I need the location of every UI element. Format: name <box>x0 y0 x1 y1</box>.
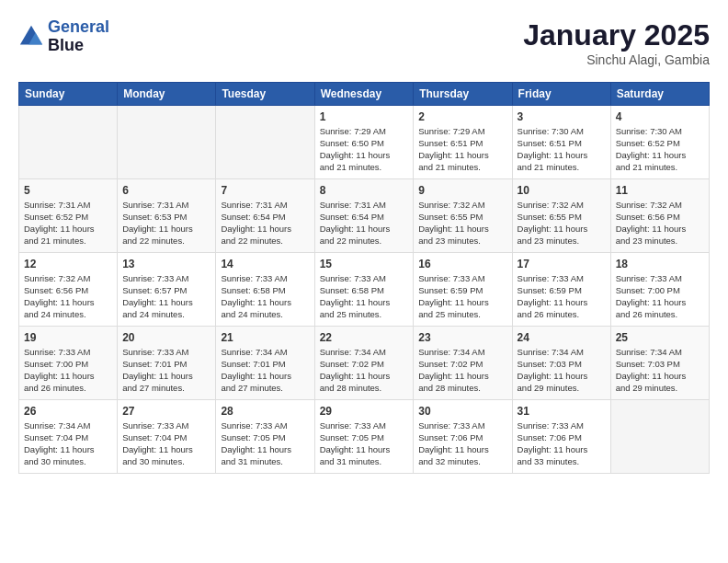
day-info: Sunset: 6:58 PM <box>320 285 409 297</box>
day-number: 17 <box>518 257 606 271</box>
day-info: Sunset: 6:56 PM <box>616 212 704 224</box>
day-info: and 23 minutes. <box>616 236 704 247</box>
day-info: Daylight: 11 hours <box>24 444 112 456</box>
title-block: January 2025 Sinchu Alagi, Gambia <box>523 18 710 67</box>
calendar-cell: 15Sunrise: 7:33 AMSunset: 6:58 PMDayligh… <box>314 253 414 327</box>
day-info: Sunrise: 7:33 AM <box>221 420 309 432</box>
day-info: Sunrise: 7:33 AM <box>418 420 506 432</box>
day-info: Sunset: 7:05 PM <box>320 432 409 444</box>
day-number: 25 <box>616 330 704 345</box>
day-info: Sunset: 7:03 PM <box>616 359 704 371</box>
day-info: Daylight: 11 hours <box>221 444 309 456</box>
day-info: and 29 minutes. <box>518 383 606 395</box>
day-info: Sunset: 6:54 PM <box>320 212 409 224</box>
day-info: Sunset: 6:55 PM <box>418 212 506 224</box>
day-number: 18 <box>616 257 704 271</box>
day-info: Sunset: 7:04 PM <box>122 432 210 444</box>
day-number: 21 <box>221 330 309 345</box>
day-info: Daylight: 11 hours <box>24 371 112 383</box>
day-info: Daylight: 11 hours <box>221 297 309 309</box>
day-info: Sunset: 7:05 PM <box>221 432 309 444</box>
day-info: and 25 minutes. <box>320 309 409 321</box>
day-info: and 31 minutes. <box>320 456 409 468</box>
logo-icon <box>18 24 44 50</box>
day-number: 30 <box>418 404 506 419</box>
day-info: and 29 minutes. <box>616 383 704 395</box>
day-info: Daylight: 11 hours <box>518 297 606 309</box>
day-number: 9 <box>418 183 506 198</box>
calendar-cell: 3Sunrise: 7:30 AMSunset: 6:51 PMDaylight… <box>512 106 610 179</box>
day-info: Sunrise: 7:31 AM <box>320 200 409 212</box>
day-info: Sunset: 6:55 PM <box>518 212 606 224</box>
day-info: Sunrise: 7:33 AM <box>320 273 409 285</box>
day-number: 19 <box>24 330 112 345</box>
day-info: Sunrise: 7:34 AM <box>320 347 409 359</box>
day-number: 16 <box>418 257 506 271</box>
calendar-cell <box>19 106 118 179</box>
day-info: Daylight: 11 hours <box>24 297 112 309</box>
day-info: Sunrise: 7:32 AM <box>616 200 704 212</box>
day-info: Sunset: 7:01 PM <box>221 359 309 371</box>
day-info: Daylight: 11 hours <box>518 150 606 162</box>
day-info: Sunset: 7:03 PM <box>518 359 606 371</box>
calendar-cell: 24Sunrise: 7:34 AMSunset: 7:03 PMDayligh… <box>512 327 610 400</box>
day-number: 8 <box>320 183 409 198</box>
day-info: Sunset: 6:51 PM <box>418 138 506 150</box>
day-info: and 21 minutes. <box>24 236 112 247</box>
calendar-week-1: 1Sunrise: 7:29 AMSunset: 6:50 PMDaylight… <box>19 106 710 179</box>
day-number: 22 <box>320 330 409 345</box>
calendar-week-4: 19Sunrise: 7:33 AMSunset: 7:00 PMDayligh… <box>19 327 710 400</box>
calendar-cell: 18Sunrise: 7:33 AMSunset: 7:00 PMDayligh… <box>610 253 709 327</box>
day-info: Sunrise: 7:34 AM <box>418 347 506 359</box>
day-info: Sunset: 6:53 PM <box>122 212 210 224</box>
day-number: 3 <box>518 109 606 124</box>
day-info: Daylight: 11 hours <box>122 297 210 309</box>
day-number: 24 <box>518 330 606 345</box>
day-info: Sunrise: 7:34 AM <box>518 347 606 359</box>
day-info: Daylight: 11 hours <box>122 371 210 383</box>
day-number: 11 <box>616 183 704 198</box>
calendar-cell <box>610 400 709 474</box>
day-info: Sunset: 6:59 PM <box>518 285 606 297</box>
day-info: Sunrise: 7:31 AM <box>221 200 309 212</box>
day-info: Sunrise: 7:33 AM <box>221 273 309 285</box>
location-subtitle: Sinchu Alagi, Gambia <box>523 52 710 67</box>
day-info: and 22 minutes. <box>122 236 210 247</box>
column-header-monday: Monday <box>118 83 216 106</box>
calendar-cell: 5Sunrise: 7:31 AMSunset: 6:52 PMDaylight… <box>19 179 118 253</box>
calendar-cell: 23Sunrise: 7:34 AMSunset: 7:02 PMDayligh… <box>414 327 512 400</box>
day-info: and 32 minutes. <box>418 456 506 468</box>
day-number: 14 <box>221 257 309 271</box>
day-info: Daylight: 11 hours <box>616 297 704 309</box>
day-info: and 22 minutes. <box>320 236 409 247</box>
day-info: Sunrise: 7:33 AM <box>122 420 210 432</box>
day-info: and 28 minutes. <box>418 383 506 395</box>
calendar-cell: 25Sunrise: 7:34 AMSunset: 7:03 PMDayligh… <box>610 327 709 400</box>
logo: General Blue <box>18 18 109 55</box>
day-number: 23 <box>418 330 506 345</box>
day-info: Sunrise: 7:33 AM <box>518 420 606 432</box>
day-number: 28 <box>221 404 309 419</box>
day-number: 5 <box>24 183 112 198</box>
calendar-cell: 27Sunrise: 7:33 AMSunset: 7:04 PMDayligh… <box>118 400 216 474</box>
day-number: 31 <box>518 404 606 419</box>
calendar-table: SundayMondayTuesdayWednesdayThursdayFrid… <box>18 82 710 474</box>
day-info: Sunrise: 7:29 AM <box>320 126 409 138</box>
calendar-cell: 31Sunrise: 7:33 AMSunset: 7:06 PMDayligh… <box>512 400 610 474</box>
calendar-cell <box>118 106 216 179</box>
day-info: Sunset: 6:56 PM <box>24 285 112 297</box>
day-info: Sunrise: 7:31 AM <box>122 200 210 212</box>
calendar-week-2: 5Sunrise: 7:31 AMSunset: 6:52 PMDaylight… <box>19 179 710 253</box>
day-info: Sunset: 7:01 PM <box>122 359 210 371</box>
day-info: and 33 minutes. <box>518 456 606 468</box>
day-info: Daylight: 11 hours <box>616 150 704 162</box>
day-info: and 25 minutes. <box>418 309 506 321</box>
column-header-wednesday: Wednesday <box>314 83 414 106</box>
day-info: Sunrise: 7:33 AM <box>418 273 506 285</box>
day-number: 20 <box>122 330 210 345</box>
day-info: Daylight: 11 hours <box>122 444 210 456</box>
calendar-cell: 17Sunrise: 7:33 AMSunset: 6:59 PMDayligh… <box>512 253 610 327</box>
day-info: and 21 minutes. <box>616 162 704 174</box>
day-info: Sunset: 7:02 PM <box>320 359 409 371</box>
day-info: and 26 minutes. <box>518 309 606 321</box>
